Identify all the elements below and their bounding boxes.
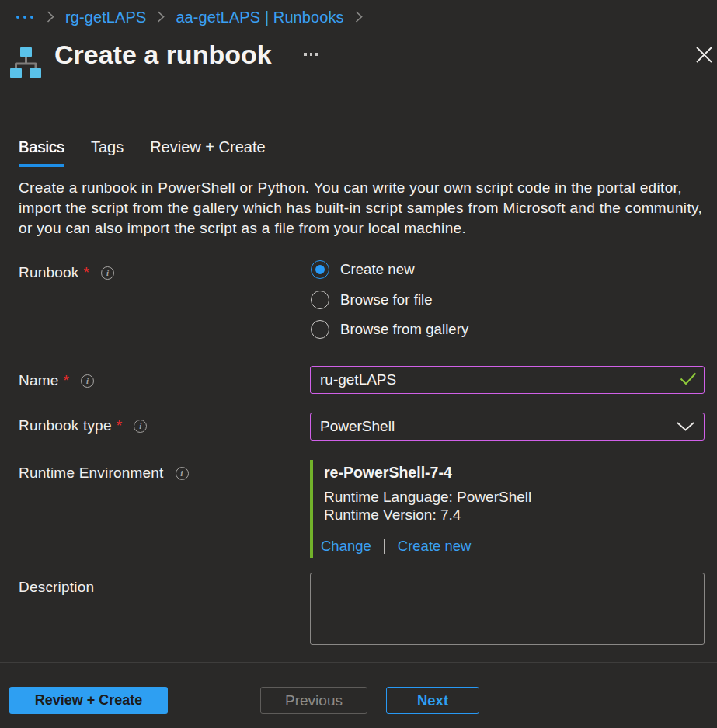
change-link[interactable]: Change (321, 538, 371, 555)
info-icon[interactable]: i (101, 266, 114, 280)
required-asterisk: * (117, 417, 123, 434)
chevron-down-icon (677, 422, 697, 431)
name-input[interactable]: ru-getLAPS (310, 366, 705, 394)
description-field-label: Description (19, 579, 94, 596)
runtime-environment-field-label: Runtime Environment i (19, 465, 189, 482)
intro-text: Create a runbook in PowerShell or Python… (19, 178, 708, 239)
radio-circle (311, 291, 329, 309)
info-icon[interactable]: i (81, 374, 94, 388)
runbook-hierarchy-icon (10, 47, 41, 83)
runbook-source-radio-group: Create new Browse for file Browse from g… (310, 260, 468, 350)
radio-circle-selected (311, 260, 329, 279)
previous-button[interactable]: Previous (260, 687, 367, 714)
radio-browse-from-gallery[interactable]: Browse from gallery (310, 320, 468, 339)
runtime-version: Runtime Version: 7.4 (324, 507, 698, 524)
runbook-type-select[interactable]: PowerShell (310, 413, 705, 441)
next-button[interactable]: Next (386, 687, 479, 714)
breadcrumb: rg-getLAPS aa-getLAPS | Runbooks (16, 8, 374, 26)
description-textarea[interactable] (310, 573, 705, 645)
chevron-right-icon (355, 9, 363, 26)
radio-browse-for-file[interactable]: Browse for file (310, 291, 468, 309)
runtime-environment-name: re-PowerShell-7-4 (324, 464, 698, 482)
chevron-right-icon (47, 9, 54, 26)
create-new-link[interactable]: Create new (398, 538, 472, 555)
runbook-field-label: Runbook* i (19, 264, 114, 281)
breadcrumb-overflow-button[interactable] (16, 16, 33, 19)
more-options-button[interactable] (304, 53, 318, 56)
close-icon[interactable] (695, 46, 713, 64)
valid-check-icon (680, 371, 697, 388)
breadcrumb-link-automation-account[interactable]: aa-getLAPS | Runbooks (176, 9, 343, 26)
footer-divider (0, 662, 717, 663)
runtime-language: Runtime Language: PowerShell (324, 489, 698, 506)
chevron-right-icon (157, 9, 165, 26)
tab-bar: Basics Tags Review + Create (19, 138, 266, 167)
info-icon[interactable]: i (134, 420, 147, 433)
page-title: Create a runbook (54, 40, 272, 70)
name-field-label: Name* i (19, 372, 94, 389)
radio-create-new[interactable]: Create new (310, 260, 468, 279)
required-asterisk: * (63, 372, 69, 389)
link-divider (384, 539, 385, 554)
review-create-button[interactable]: Review + Create (9, 687, 168, 714)
runbook-type-field-label: Runbook type* i (19, 417, 147, 434)
tab-review-create[interactable]: Review + Create (150, 138, 265, 167)
required-asterisk: * (83, 264, 89, 281)
breadcrumb-link-resource-group[interactable]: rg-getLAPS (65, 9, 146, 26)
tab-basics[interactable]: Basics (19, 138, 64, 167)
tab-tags[interactable]: Tags (91, 138, 124, 167)
radio-circle (311, 320, 329, 339)
info-icon[interactable]: i (176, 467, 189, 480)
runtime-environment-summary: re-PowerShell-7-4 Runtime Language: Powe… (310, 460, 698, 558)
